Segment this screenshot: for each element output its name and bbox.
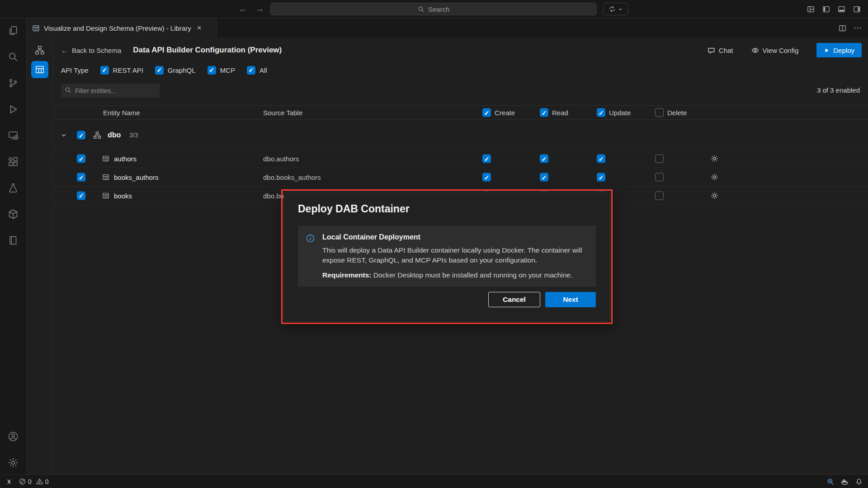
entity-filter [61, 84, 160, 98]
row-settings-gear-icon[interactable] [711, 174, 718, 181]
rest-api-checkbox[interactable] [100, 66, 109, 75]
row-checkbox[interactable] [77, 155, 85, 163]
chat-button[interactable]: Chat [708, 47, 733, 54]
zoom-icon[interactable] [827, 478, 834, 485]
entity-name: authors [114, 155, 137, 163]
row-checkbox[interactable] [77, 191, 85, 200]
table-designer-view-icon[interactable] [31, 61, 48, 78]
schema-group-row[interactable]: dbo 3/3 [53, 126, 868, 144]
info-heading: Local Container Deployment [322, 233, 587, 241]
account-icon[interactable] [8, 431, 19, 442]
problems-status[interactable]: 0 0 [19, 478, 49, 485]
requirements-label: Requirements: [322, 271, 372, 279]
group-checkbox[interactable] [77, 131, 85, 140]
source-control-icon[interactable] [8, 78, 19, 89]
notifications-bell-icon[interactable] [855, 478, 863, 485]
tab-schema-designer[interactable]: Visualize and Design Schema (Preview) - … [27, 18, 217, 38]
extensions-icon[interactable] [8, 156, 19, 167]
run-debug-icon[interactable] [8, 104, 19, 115]
deploy-button[interactable]: Deploy [816, 43, 862, 57]
remote-indicator-icon[interactable] [5, 478, 13, 485]
create-checkbox[interactable] [482, 155, 491, 163]
column-source-table: Source Table [263, 109, 302, 117]
eye-icon [751, 47, 759, 54]
api-type-graphql[interactable]: GraphQL [155, 66, 196, 75]
search-placeholder: Search [428, 5, 450, 13]
cancel-button[interactable]: Cancel [488, 292, 540, 307]
schema-visualizer-view-icon[interactable] [31, 42, 48, 58]
vscode-window: ← → Search Visualize and Design Schema (… [0, 0, 868, 488]
chevron-down-icon[interactable] [61, 132, 67, 138]
column-read: Read [552, 109, 568, 117]
settings-gear-icon[interactable] [8, 457, 19, 468]
toggle-panel-icon[interactable] [838, 5, 845, 13]
chat-icon [708, 47, 715, 54]
entity-source: dbo.books_authors [263, 174, 321, 181]
create-all-checkbox[interactable] [482, 108, 491, 117]
explorer-icon[interactable] [8, 25, 19, 36]
deploy-dab-dialog: Deploy DAB Container Local Container Dep… [283, 192, 610, 322]
copilot-menu-button[interactable] [603, 3, 628, 15]
entity-filter-input[interactable] [61, 84, 160, 98]
play-icon [824, 47, 830, 53]
more-actions-icon[interactable]: ⋯ [854, 23, 862, 33]
view-bar [27, 38, 53, 474]
chevron-down-icon [618, 7, 623, 12]
editor-header: ← Back to Schema Data API Builder Config… [53, 38, 868, 62]
remote-explorer-icon[interactable] [8, 130, 19, 141]
mcp-checkbox[interactable] [208, 66, 216, 75]
api-type-all[interactable]: All [247, 66, 267, 75]
history-forward-button[interactable]: → [255, 4, 264, 14]
warnings-count: 0 [45, 478, 49, 485]
read-all-checkbox[interactable] [540, 108, 548, 117]
read-checkbox[interactable] [540, 155, 548, 163]
api-type-filter-row: API Type REST API GraphQL MCP All [53, 62, 868, 78]
notebook-icon[interactable] [8, 235, 19, 246]
delete-all-checkbox[interactable] [655, 108, 664, 117]
column-update: Update [609, 109, 631, 117]
table-icon [102, 155, 109, 162]
table-row[interactable]: books_authors dbo.books_authors [53, 168, 868, 186]
enabled-summary: 3 of 3 enabled [817, 86, 860, 94]
update-all-checkbox[interactable] [597, 108, 605, 117]
toggle-sidebar-icon[interactable] [822, 5, 830, 13]
delete-checkbox[interactable] [655, 155, 664, 163]
tab-close-icon[interactable]: × [197, 23, 202, 33]
info-body: This will deploy a Data API Builder cont… [322, 245, 587, 266]
all-checkbox[interactable] [247, 66, 255, 75]
testing-icon[interactable] [8, 183, 19, 193]
schema-designer-tab-icon [32, 24, 40, 32]
next-button[interactable]: Next [545, 292, 596, 307]
column-delete: Delete [667, 109, 687, 117]
create-checkbox[interactable] [482, 173, 491, 182]
api-type-label: API Type [61, 66, 89, 74]
schema-icon [93, 131, 101, 139]
dialog-title: Deploy DAB Container [298, 203, 410, 215]
row-settings-gear-icon[interactable] [711, 155, 718, 163]
split-editor-icon[interactable] [839, 24, 846, 32]
history-back-button[interactable]: ← [239, 4, 247, 14]
titlebar: ← → Search [0, 0, 868, 18]
docker-icon[interactable] [841, 478, 849, 485]
row-checkbox[interactable] [77, 173, 85, 182]
api-type-mcp[interactable]: MCP [208, 66, 235, 75]
delete-checkbox[interactable] [655, 173, 664, 182]
search-view-icon[interactable] [8, 52, 19, 62]
filter-search-icon [65, 87, 71, 94]
table-row[interactable]: authors dbo.authors [53, 149, 868, 168]
package-icon[interactable] [8, 209, 19, 220]
api-type-rest[interactable]: REST API [100, 66, 143, 75]
read-checkbox[interactable] [540, 173, 548, 182]
customize-layout-icon[interactable] [807, 5, 815, 13]
row-settings-gear-icon[interactable] [711, 192, 718, 199]
back-to-schema-button[interactable]: ← Back to Schema [61, 47, 121, 54]
update-checkbox[interactable] [597, 173, 605, 182]
delete-checkbox[interactable] [655, 191, 664, 200]
view-config-button[interactable]: View Config [751, 47, 799, 54]
update-checkbox[interactable] [597, 155, 605, 163]
errors-icon [19, 478, 26, 485]
graphql-checkbox[interactable] [155, 66, 164, 75]
toggle-secondary-sidebar-icon[interactable] [853, 5, 861, 13]
group-name: dbo [108, 131, 121, 139]
command-center-search[interactable]: Search [270, 3, 597, 15]
